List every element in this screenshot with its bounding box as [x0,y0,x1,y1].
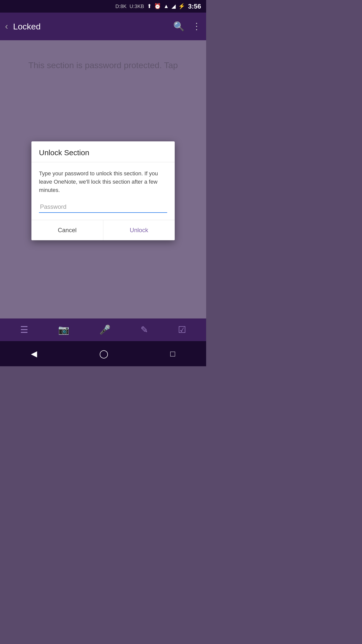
menu-icon[interactable]: ☰ [20,325,28,335]
camera-icon[interactable]: 📷 [58,325,69,335]
app-bar-actions: 🔍 ⋮ [173,21,201,32]
unlock-button[interactable]: Unlock [103,220,175,240]
battery-icon: ⚡ [178,3,185,10]
dialog-actions: Cancel Unlock [31,220,175,240]
microphone-icon[interactable]: 🎤 [99,325,111,335]
app-bar: ‹ Locked 🔍 ⋮ [0,13,206,40]
dialog-backdrop: Unlock Section Type your password to unl… [0,40,206,341]
dialog-title: Unlock Section [31,141,175,162]
data-usage-right: U:3KB [129,4,144,9]
page-title: Locked [13,22,173,31]
nav-bar: ◀ ◯ □ [0,341,206,366]
dialog-body: Type your password to unlock this sectio… [31,162,175,220]
clock: 3:56 [188,3,201,10]
home-nav-icon[interactable]: ◯ [99,349,108,358]
back-button[interactable]: ‹ [5,21,8,32]
more-options-icon[interactable]: ⋮ [192,21,201,32]
checkbox-icon[interactable]: ☑ [178,325,186,335]
pen-icon[interactable]: ✎ [141,325,148,335]
cancel-button[interactable]: Cancel [31,220,103,240]
password-input[interactable] [39,201,167,213]
data-usage-left: D:8K [115,4,126,9]
bluetooth-icon: ⬆ [147,3,152,10]
unlock-dialog: Unlock Section Type your password to unl… [31,141,175,240]
alarm-icon: ⏰ [154,3,161,10]
status-icons: ⬆ ⏰ ▲ ◢ ⚡ [147,3,185,10]
back-nav-icon[interactable]: ◀ [31,349,37,358]
signal-icon: ◢ [171,3,176,10]
password-input-wrapper [39,201,167,213]
wifi-icon: ▲ [163,3,169,10]
recents-nav-icon[interactable]: □ [170,349,175,358]
dialog-message: Type your password to unlock this sectio… [39,169,167,194]
search-icon[interactable]: 🔍 [173,21,185,32]
status-bar: D:8K U:3KB ⬆ ⏰ ▲ ◢ ⚡ 3:56 [0,0,206,13]
bottom-toolbar: ☰ 📷 🎤 ✎ ☑ [0,318,206,341]
